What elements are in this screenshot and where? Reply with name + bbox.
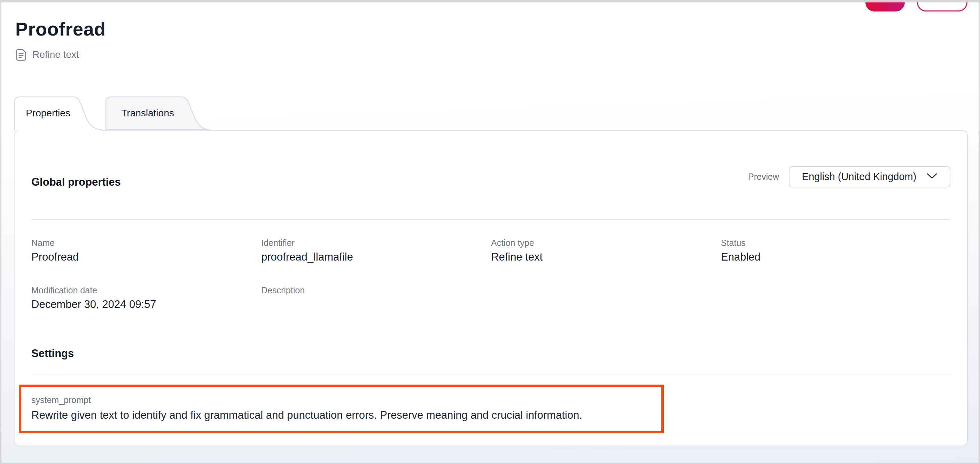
tab-properties-label: Properties xyxy=(14,96,82,131)
tab-translations[interactable]: Translations xyxy=(105,96,211,131)
field-name: Name Proofread xyxy=(31,237,261,264)
tab-translations-label: Translations xyxy=(105,96,190,131)
field-status: Status Enabled xyxy=(721,237,951,264)
system-prompt-value: Rewrite given text to identify and fix g… xyxy=(31,408,651,422)
page-subtitle: Refine text xyxy=(32,49,79,60)
chevron-down-icon xyxy=(927,173,937,180)
settings-heading: Settings xyxy=(31,347,950,360)
language-dropdown[interactable]: English (United Kingdom) xyxy=(789,166,950,187)
language-dropdown-value: English (United Kingdom) xyxy=(802,171,916,183)
system-prompt-highlight-box: system_prompt Rewrite given text to iden… xyxy=(19,384,664,433)
document-icon xyxy=(16,49,27,61)
tab-properties[interactable]: Properties xyxy=(14,96,102,131)
system-prompt-label: system_prompt xyxy=(31,395,651,405)
field-modification-date: Modification date December 30, 2024 09:5… xyxy=(31,285,261,311)
properties-panel: Global properties Preview English (Unite… xyxy=(14,130,968,446)
field-identifier: Identifier proofread_llamafile xyxy=(261,237,491,264)
page-title: Proofread xyxy=(15,18,978,40)
global-properties-heading: Global properties xyxy=(31,176,121,188)
preview-language-group: Preview English (United Kingdom) xyxy=(748,166,950,187)
secondary-action-button[interactable] xyxy=(917,0,967,11)
tab-bar: Properties Translations xyxy=(14,96,978,131)
section-divider xyxy=(31,219,950,220)
settings-divider xyxy=(31,374,950,375)
global-properties-fields: Name Proofread Identifier proofread_llam… xyxy=(31,237,950,311)
preview-label: Preview xyxy=(748,172,779,182)
page-subtitle-row: Refine text xyxy=(16,49,978,61)
primary-action-button[interactable] xyxy=(865,0,905,11)
app-window: Proofread Refine text Properties xyxy=(0,0,980,464)
page-header: Proofread Refine text xyxy=(2,2,978,61)
field-action-type: Action type Refine text xyxy=(491,237,721,264)
field-description: Description xyxy=(261,285,491,311)
